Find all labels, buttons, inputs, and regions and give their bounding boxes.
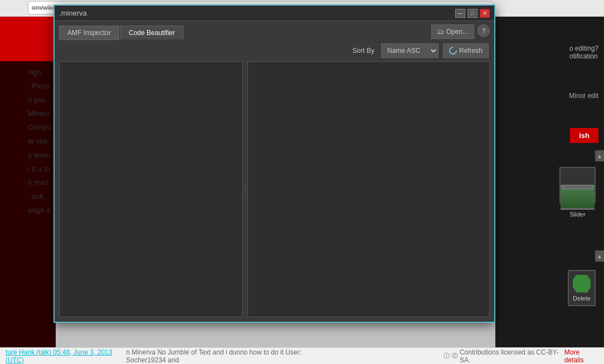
dialog-toolbar: Sort By Name ASC Name DESC Date ASC Date… — [55, 40, 494, 61]
dialog-title: .minerva — [59, 9, 87, 17]
sort-select[interactable]: Name ASC Name DESC Date ASC Date DESC — [381, 43, 439, 58]
dialog-titlebar: .minerva — □ ✕ — [55, 6, 494, 21]
dialog-main-content: ⋮ — [55, 61, 494, 322]
widget-delete: Delete — [568, 270, 596, 306]
resize-handle[interactable]: ⋮ — [243, 61, 247, 317]
delete-icon — [573, 275, 591, 293]
minor-edit-label: Minor edit — [569, 92, 598, 100]
close-button[interactable]: ✕ — [480, 9, 490, 18]
right-panel-content: o editing? otification Minor edit ish ▲ … — [495, 17, 604, 364]
tab-bar: AMF Inspector Code Beautifier — [59, 26, 184, 40]
refresh-label: Refresh — [459, 47, 483, 55]
left-file-pane[interactable] — [59, 61, 243, 317]
editing-label: o editing? — [569, 45, 598, 52]
bottom-link[interactable]: ture Hank (talk) 05:48, June 3, 2013 (UT… — [6, 348, 124, 364]
help-button[interactable]: ? — [478, 24, 490, 37]
header-buttons: 🗂 Open... ? — [431, 24, 490, 40]
refresh-button[interactable]: Refresh — [443, 43, 489, 58]
left-logo-area — [0, 17, 56, 61]
tab-code-beautifier[interactable]: Code Beautifier — [120, 26, 183, 40]
delete-label: Delete — [573, 295, 591, 302]
minimize-button[interactable]: — — [455, 9, 465, 18]
sort-label: Sort By — [353, 47, 374, 55]
bottom-text: n Minerva No Jumble of Text and i dunno … — [126, 348, 342, 364]
publish-button[interactable]: ish — [570, 128, 598, 143]
tab-amf-inspector[interactable]: AMF Inspector — [59, 26, 119, 40]
refresh-icon — [447, 45, 459, 56]
scroll-up-arrow[interactable]: ▲ — [595, 150, 604, 161]
minerva-dialog: .minerva — □ ✕ AMF Inspector Code Beauti… — [53, 4, 495, 323]
notification-label: otification — [569, 52, 598, 60]
right-preview-pane[interactable] — [247, 61, 490, 317]
slider-thumbnail — [561, 185, 595, 210]
open-button[interactable]: 🗂 Open... — [431, 24, 474, 39]
widget-slider: Slider — [559, 167, 596, 203]
open-button-label: Open... — [446, 28, 468, 36]
maximize-button[interactable]: □ — [467, 9, 478, 18]
open-folder-icon: 🗂 — [437, 28, 444, 36]
slider-label: Slider — [561, 210, 595, 219]
window-controls: — □ ✕ — [455, 9, 490, 18]
scroll-down-arrow[interactable]: ▲ — [595, 250, 604, 262]
